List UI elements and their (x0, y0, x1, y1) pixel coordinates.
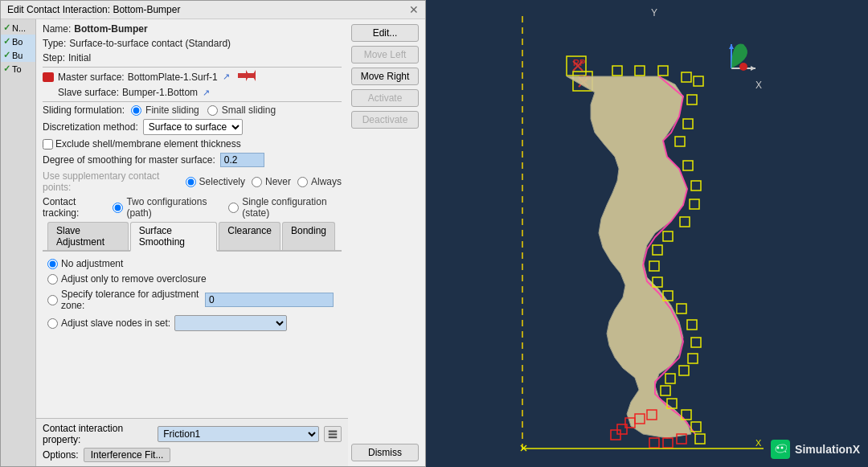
master-arrow-icon: ↗ (223, 72, 230, 82)
ci-label: Contact interaction property: (43, 423, 153, 445)
dismiss-button[interactable]: Dismiss (351, 444, 419, 461)
nav-item-to[interactable]: ✓ To (1, 62, 35, 76)
options-row: Options: Interference Fit... (43, 448, 342, 462)
finite-sliding-label[interactable]: Finite sliding (131, 104, 199, 116)
slave-label: Slave surface: (58, 87, 119, 98)
no-adjustment-text: No adjustment (61, 258, 123, 269)
tab-surface-smoothing[interactable]: Surface Smoothing (130, 222, 218, 252)
exclude-shell-row: Exclude shell/membrane element thickness (43, 138, 342, 150)
svg-text:Y: Y (651, 7, 657, 18)
svg-point-15 (739, 63, 747, 71)
svg-point-65 (781, 447, 784, 449)
svg-rect-5 (329, 433, 338, 435)
exclude-shell-label: Exclude shell/membrane element thickness (55, 138, 241, 150)
watermark-text: SimulationX (795, 443, 860, 456)
type-row: Type: Surface-to-surface contact (Standa… (43, 38, 342, 49)
inner-nav: ✓ N... ✓ Bo ✓ Bu ✓ To (1, 19, 36, 466)
specify-tolerance-input[interactable] (205, 293, 334, 307)
master-row: Master surface: BottomPlate-1.Surf-1 ↗ (43, 70, 342, 84)
buttons-column: Edit... Move Left Move Right Activate De… (348, 19, 425, 466)
step-row: Step: Initial (43, 52, 342, 63)
svg-point-64 (777, 447, 780, 449)
ci-edit-button[interactable] (324, 426, 342, 442)
adjust-overclosure-radio[interactable] (47, 274, 58, 285)
sliding-row: Sliding formulation: Finite sliding Smal… (43, 104, 342, 116)
move-arrows-icon (238, 70, 260, 84)
selectively-label[interactable]: Selectively (186, 176, 245, 187)
never-radio[interactable] (252, 177, 262, 187)
nav-item-bu[interactable]: ✓ Bu (1, 48, 35, 62)
deactivate-button[interactable]: Deactivate (351, 111, 419, 129)
specify-tolerance-radio[interactable] (47, 295, 58, 305)
master-label: Master surface: (58, 72, 125, 83)
svg-rect-4 (329, 431, 338, 432)
tab-clearance[interactable]: Clearance (219, 222, 280, 250)
small-sliding-radio[interactable] (207, 105, 218, 116)
specify-tolerance-row: Specify tolerance for adjustment zone: (47, 289, 337, 311)
nav-item-bo[interactable]: ✓ Bo (1, 35, 35, 48)
svg-rect-0 (238, 73, 246, 78)
no-adjustment-radio[interactable] (47, 259, 58, 269)
small-sliding-label[interactable]: Small sliding (207, 104, 276, 116)
name-value: Bottom-Bumper (74, 23, 147, 35)
edit-button[interactable]: Edit... (351, 24, 419, 42)
adjust-slave-radio[interactable] (47, 318, 58, 329)
no-adjustment-row: No adjustment (47, 258, 337, 269)
always-label[interactable]: Always (297, 176, 342, 187)
viewport: Y X RP RP (426, 0, 868, 467)
finite-sliding-radio[interactable] (131, 105, 141, 116)
ci-row: Contact interaction property: Friction1 (43, 423, 342, 445)
tab-content-panel: No adjustment Adjust only to remove over… (43, 252, 342, 342)
main-dialog: Edit Contact Interaction: Bottom-Bumper … (0, 0, 426, 467)
always-text: Always (311, 176, 342, 187)
slave-row: Slave surface: Bumper-1.Bottom ↗ (43, 87, 342, 98)
viewport-svg: Y X RP RP (426, 0, 868, 467)
sliding-label: Sliding formulation: (43, 104, 125, 116)
single-config-radio[interactable] (228, 203, 239, 213)
discretization-row: Discretization method: Surface to surfac… (43, 119, 342, 135)
ci-select[interactable]: Friction1 (158, 426, 319, 442)
step-value: Initial (68, 52, 91, 63)
discretization-select[interactable]: Surface to surface Node to surface (143, 119, 243, 135)
supplementary-row: Use supplementary contact points: Select… (43, 170, 342, 193)
type-label: Type: (43, 38, 66, 49)
watermark: SimulationX (771, 440, 860, 459)
always-radio[interactable] (297, 177, 308, 187)
two-config-label[interactable]: Two configurations (path) (113, 196, 220, 219)
degree-smooth-input[interactable] (220, 153, 264, 167)
name-row: Name: Bottom-Bumper (43, 23, 342, 35)
svg-marker-2 (246, 70, 249, 81)
activate-button[interactable]: Activate (351, 89, 419, 107)
type-value: Surface-to-surface contact (Standard) (69, 38, 231, 49)
svg-rect-6 (329, 436, 338, 438)
two-config-radio[interactable] (113, 203, 123, 213)
single-config-text: Single configuration (state) (242, 196, 342, 219)
wechat-icon (771, 440, 790, 459)
move-left-button[interactable]: Move Left (351, 46, 419, 63)
svg-marker-3 (252, 70, 256, 81)
adjust-slave-select[interactable] (174, 315, 287, 331)
tracking-label: Contact tracking: (43, 196, 106, 219)
interference-fit-button[interactable]: Interference Fit... (84, 448, 171, 462)
discretization-label: Discretization method: (43, 121, 138, 133)
two-config-text: Two configurations (path) (126, 196, 220, 219)
svg-text:X: X (755, 80, 762, 91)
step-label: Step: (43, 52, 65, 63)
single-config-label[interactable]: Single configuration (state) (228, 196, 342, 219)
never-label[interactable]: Never (252, 176, 291, 187)
adjust-overclosure-text: Adjust only to remove overclosure (61, 273, 207, 285)
dialog-title: Edit Contact Interaction: Bottom-Bumper (7, 4, 180, 15)
close-button[interactable]: ✕ (409, 3, 419, 16)
selectively-text: Selectively (199, 176, 245, 187)
dialog-header: Edit Contact Interaction: Bottom-Bumper … (1, 1, 425, 19)
move-right-button[interactable]: Move Right (351, 68, 419, 85)
small-sliding-text: Small sliding (222, 104, 276, 116)
tab-bonding[interactable]: Bonding (282, 222, 335, 250)
nav-item-n[interactable]: ✓ N... (1, 21, 35, 35)
supplementary-label: Use supplementary contact points: (43, 170, 179, 193)
selectively-radio[interactable] (186, 177, 196, 187)
exclude-shell-checkbox[interactable] (43, 139, 53, 150)
adjust-slave-text: Adjust slave nodes in set: (61, 317, 170, 329)
degree-smooth-row: Degree of smoothing for master surface: (43, 153, 342, 167)
tab-slave-adjustment[interactable]: Slave Adjustment (47, 222, 129, 250)
